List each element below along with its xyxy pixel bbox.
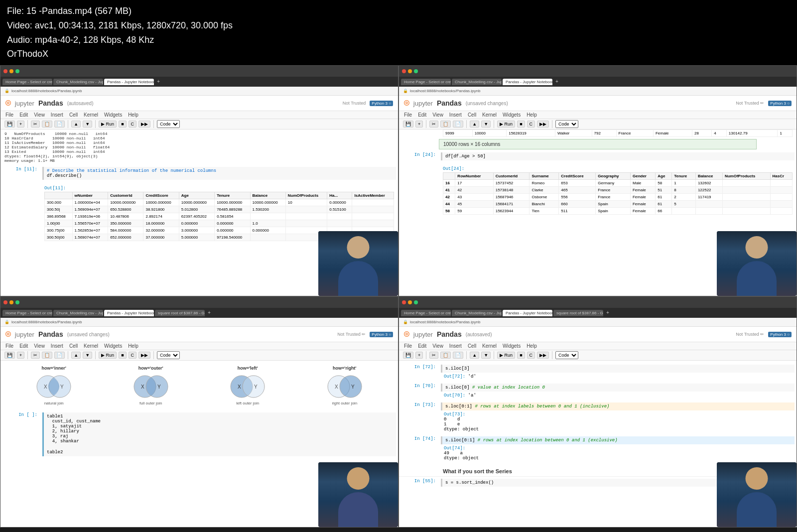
menu-widgets-tr[interactable]: Widgets bbox=[503, 112, 521, 118]
add-cell-btn-br[interactable]: + bbox=[415, 352, 423, 359]
cut-btn-tr[interactable]: ✂ bbox=[429, 121, 438, 128]
menu-cell-br[interactable]: Cell bbox=[468, 343, 476, 349]
notebook-title-tl[interactable]: Pandas bbox=[38, 99, 63, 107]
menu-cell-bl[interactable]: Cell bbox=[69, 343, 78, 349]
save-btn-br[interactable]: 💾 bbox=[403, 352, 413, 359]
notebook-title-br[interactable]: Pandas bbox=[437, 330, 462, 338]
up-btn-bl[interactable]: ▲ bbox=[71, 352, 81, 359]
tab-pandas-bl[interactable]: Pandas - Jupyter Notebook bbox=[104, 310, 154, 316]
cell-type-select-br[interactable]: Code bbox=[555, 351, 578, 359]
menu-view-tr[interactable]: View bbox=[432, 112, 443, 118]
cut-btn-br[interactable]: ✂ bbox=[429, 352, 438, 359]
add-tab-tr[interactable]: + bbox=[553, 79, 560, 85]
ff-btn-tl[interactable]: ▶▶ bbox=[138, 121, 150, 128]
paste-btn-br[interactable]: 📄 bbox=[453, 352, 463, 359]
cell-70-input[interactable]: s.iloc[0] # value at index location 0 bbox=[441, 384, 795, 392]
menu-file-bl[interactable]: File bbox=[5, 343, 13, 349]
copy-btn-tr[interactable]: 📋 bbox=[440, 121, 451, 128]
menu-edit-tr[interactable]: Edit bbox=[418, 112, 426, 118]
max-dot-bl[interactable] bbox=[15, 300, 19, 304]
menu-widgets-tl[interactable]: Widgets bbox=[104, 112, 122, 118]
add-tab-bl[interactable]: + bbox=[206, 310, 213, 316]
cell-11-input[interactable]: # Describe the statistical information o… bbox=[42, 167, 396, 180]
paste-btn-bl[interactable]: 📄 bbox=[54, 352, 65, 359]
menu-file-tr[interactable]: File bbox=[404, 112, 412, 118]
ff-btn-tr[interactable]: ▶▶ bbox=[537, 121, 549, 128]
menu-edit-bl[interactable]: Edit bbox=[19, 343, 28, 349]
menu-insert-br[interactable]: Insert bbox=[449, 343, 462, 349]
menu-view-bl[interactable]: View bbox=[34, 343, 45, 349]
up-btn-tl[interactable]: ▲ bbox=[71, 121, 81, 128]
up-btn-tr[interactable]: ▲ bbox=[470, 121, 479, 128]
close-dot-tr[interactable] bbox=[402, 69, 406, 73]
url-tr[interactable]: localhost:8888/notebooks/Pandas.ipynb bbox=[410, 89, 480, 93]
max-dot-tr[interactable] bbox=[414, 69, 418, 73]
cell-74-input[interactable]: s.iloc[0:1] # rows at index location bet… bbox=[441, 436, 795, 444]
cell-type-select-tr[interactable]: Code bbox=[555, 120, 578, 128]
tab-home-bl[interactable]: Home Page - Select or create a... bbox=[2, 310, 52, 316]
min-dot-tl[interactable] bbox=[9, 69, 13, 73]
down-btn-br[interactable]: ▼ bbox=[481, 352, 491, 359]
stop-btn-tr[interactable]: ■ bbox=[517, 121, 525, 128]
run-btn-tr[interactable]: ▶ Run bbox=[497, 121, 515, 128]
menu-insert-bl[interactable]: Insert bbox=[51, 343, 63, 349]
menu-help-br[interactable]: Help bbox=[527, 343, 537, 349]
menu-view-br[interactable]: View bbox=[432, 343, 443, 349]
close-dot-bl[interactable] bbox=[3, 300, 7, 304]
cell-73-input[interactable]: s.loc[0:1] # rows at index labels betwee… bbox=[441, 402, 795, 410]
cut-btn-bl[interactable]: ✂ bbox=[31, 352, 40, 359]
url-bl[interactable]: localhost:8888/notebooks/Pandas.ipynb bbox=[11, 320, 82, 324]
add-tab-br[interactable]: + bbox=[604, 310, 611, 316]
add-tab-tl[interactable]: + bbox=[155, 79, 162, 85]
menu-help-tr[interactable]: Help bbox=[527, 112, 537, 118]
menu-kernel-br[interactable]: Kernel bbox=[482, 343, 497, 349]
url-br[interactable]: localhost:8888/notebooks/Pandas.ipynb bbox=[410, 320, 480, 324]
copy-btn-tl[interactable]: 📋 bbox=[42, 121, 52, 128]
tab-chunk-bl[interactable]: Chunk_Modelling.csv - Jupyter... bbox=[53, 310, 103, 316]
tab-pandas-tr[interactable]: Pandas - Jupyter Notebook bbox=[503, 79, 552, 85]
copy-btn-br[interactable]: 📋 bbox=[440, 352, 451, 359]
tab-chunk-br[interactable]: Chunk_Modelling.csv - Jupyter... bbox=[452, 310, 502, 316]
menu-kernel-bl[interactable]: Kernel bbox=[84, 343, 98, 349]
tab-home-br[interactable]: Home Page - Select or create a... bbox=[401, 310, 451, 316]
add-cell-btn-tr[interactable]: + bbox=[415, 121, 423, 128]
notebook-title-tr[interactable]: Pandas bbox=[437, 99, 462, 107]
down-btn-tr[interactable]: ▼ bbox=[481, 121, 491, 128]
stop-btn-br[interactable]: ■ bbox=[517, 352, 525, 359]
up-btn-br[interactable]: ▲ bbox=[470, 352, 479, 359]
menu-help-bl[interactable]: Help bbox=[128, 343, 138, 349]
menu-insert-tl[interactable]: Insert bbox=[51, 112, 63, 118]
restart-btn-bl[interactable]: C bbox=[129, 352, 137, 359]
menu-view-tl[interactable]: View bbox=[34, 112, 45, 118]
run-btn-br[interactable]: ▶ Run bbox=[497, 352, 515, 359]
copy-btn-bl[interactable]: 📋 bbox=[42, 352, 52, 359]
menu-cell-tr[interactable]: Cell bbox=[468, 112, 476, 118]
max-dot-br[interactable] bbox=[414, 300, 418, 304]
notebook-title-bl[interactable]: Pandas bbox=[38, 330, 63, 338]
cell-type-select-tl[interactable]: Code bbox=[157, 120, 180, 128]
tab-square-br[interactable]: square root of $387.86 - Goo... bbox=[553, 310, 603, 316]
tab-pandas-tl[interactable]: Pandas - Jupyter Notebook bbox=[104, 79, 154, 85]
url-tl[interactable]: localhost:8888/notebooks/Pandas.ipynb bbox=[11, 89, 82, 93]
down-btn-tl[interactable]: ▼ bbox=[83, 121, 92, 128]
tab-pandas-br[interactable]: Pandas - Jupyter Notebook bbox=[503, 310, 552, 316]
cell-type-select-bl[interactable]: Code bbox=[157, 351, 180, 359]
save-btn-tl[interactable]: 💾 bbox=[4, 121, 15, 128]
menu-widgets-bl[interactable]: Widgets bbox=[104, 343, 122, 349]
cell-24-input[interactable]: df[df.Age > 50] bbox=[441, 152, 795, 160]
ff-btn-bl[interactable]: ▶▶ bbox=[138, 352, 150, 359]
down-btn-bl[interactable]: ▼ bbox=[83, 352, 92, 359]
add-cell-btn-bl[interactable]: + bbox=[17, 352, 24, 359]
menu-file-br[interactable]: File bbox=[404, 343, 412, 349]
cut-btn-tl[interactable]: ✂ bbox=[31, 121, 40, 128]
close-dot-tl[interactable] bbox=[3, 69, 7, 73]
menu-cell-tl[interactable]: Cell bbox=[69, 112, 78, 118]
restart-btn-br[interactable]: C bbox=[527, 352, 535, 359]
add-cell-btn-tl[interactable]: + bbox=[17, 121, 24, 128]
save-btn-bl[interactable]: 💾 bbox=[4, 352, 15, 359]
ff-btn-br[interactable]: ▶▶ bbox=[537, 352, 549, 359]
cell-72-input[interactable]: s.iloc[3] bbox=[441, 365, 795, 373]
menu-kernel-tr[interactable]: Kernel bbox=[482, 112, 497, 118]
menu-file-tl[interactable]: File bbox=[5, 112, 13, 118]
stop-btn-bl[interactable]: ■ bbox=[119, 352, 126, 359]
